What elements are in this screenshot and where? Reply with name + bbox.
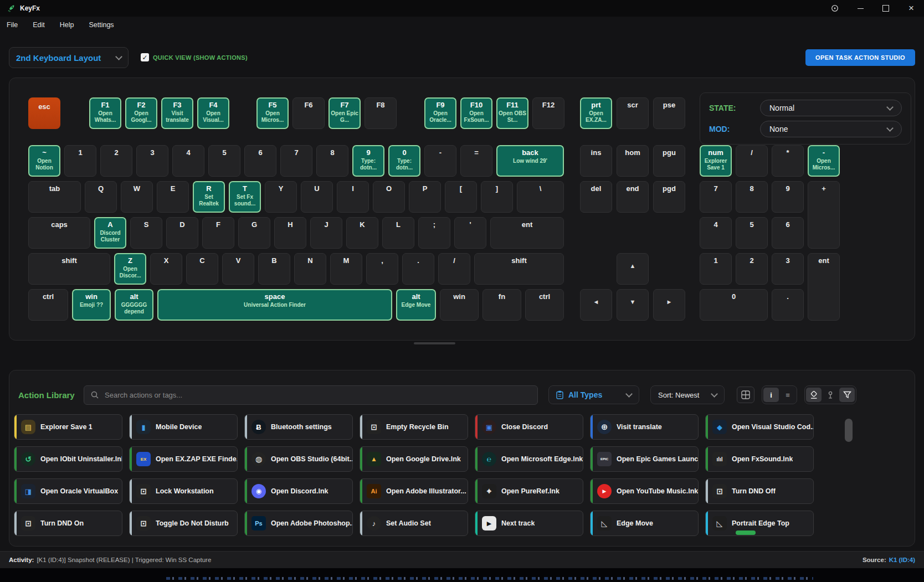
key-numpad-enter[interactable]: ent	[808, 253, 840, 321]
action-card[interactable]: ⊡Toggle Do Not Disturb	[129, 511, 238, 536]
key-y[interactable]: Y	[265, 181, 297, 213]
key-back[interactable]: backLow wind 29'	[496, 145, 564, 177]
key-numpad-5[interactable]: 5	[736, 217, 768, 249]
key-pse[interactable]: pse	[653, 97, 685, 129]
action-card[interactable]: ⊡Turn DND On	[14, 511, 122, 536]
key-t[interactable]: TSet Fx sound...	[229, 181, 261, 213]
key-scr[interactable]: scr	[617, 97, 649, 129]
key-e[interactable]: E	[157, 181, 189, 213]
key-numpad-8[interactable]: 8	[736, 181, 768, 213]
action-card[interactable]: ɃBluetooth settings	[244, 414, 353, 440]
key-lbracket[interactable]: [	[445, 181, 477, 213]
key-enter[interactable]: ent	[490, 217, 564, 249]
action-card[interactable]: ⊕Visit translate	[590, 414, 699, 440]
key-f8[interactable]: F8	[365, 97, 397, 129]
mod-dropdown[interactable]: None	[760, 121, 902, 137]
action-card[interactable]: ⌖Open PureRef.lnk	[475, 478, 583, 504]
key-z[interactable]: ZOpen Discor...	[114, 253, 146, 285]
menu-help[interactable]: Help	[60, 21, 74, 29]
action-card[interactable]: ▤Explorer Save 1	[14, 414, 122, 440]
key-f4[interactable]: F4Open Visual...	[197, 97, 229, 129]
key-9[interactable]: 9Type: dotn...	[352, 145, 384, 177]
key-x[interactable]: X	[150, 253, 182, 285]
info-view-button[interactable]: i	[763, 388, 779, 402]
search-box[interactable]	[84, 385, 538, 405]
action-card[interactable]: ◺Edge Move	[590, 511, 699, 536]
key-comma[interactable]: ,	[366, 253, 398, 285]
key-l[interactable]: L	[382, 217, 414, 249]
action-card[interactable]: AiOpen Adobe Illustrator...	[360, 478, 468, 504]
open-task-action-studio-button[interactable]: OPEN TASK ACTION STUDIO	[805, 49, 915, 66]
key-arrow-up[interactable]: ▲	[617, 253, 649, 285]
key-n[interactable]: N	[294, 253, 326, 285]
menu-edit[interactable]: Edit	[33, 21, 45, 29]
key-minus[interactable]: -	[424, 145, 456, 177]
quick-view-toggle[interactable]: ✓ QUICK VIEW (SHOW ACTIONS)	[141, 53, 248, 61]
scrollbar-thumb[interactable]	[845, 419, 853, 442]
action-card[interactable]: ◨Open Oracle VirtualBox	[14, 478, 122, 504]
key-tilde[interactable]: ~Open Notion	[28, 145, 60, 177]
key-pgd[interactable]: pgd	[653, 181, 685, 213]
key-d[interactable]: D	[166, 217, 198, 249]
key-f9[interactable]: F9Open Oracle...	[424, 97, 456, 129]
quick-view-checkbox[interactable]: ✓	[141, 53, 149, 61]
minimize-button[interactable]	[848, 0, 873, 17]
menu-settings[interactable]: Settings	[89, 21, 114, 29]
key-ctrl-left[interactable]: ctrl	[28, 289, 68, 321]
grid-view-button[interactable]	[737, 387, 754, 403]
action-card[interactable]: ▲Open Google Drive.lnk	[360, 446, 468, 472]
panel-resize-handle[interactable]	[414, 342, 455, 344]
key-win-right[interactable]: win	[440, 289, 479, 321]
action-card[interactable]: ◍Open OBS Studio (64bit...	[244, 446, 353, 472]
key-3[interactable]: 3	[136, 145, 168, 177]
action-card[interactable]: ↺Open IObit Uninstaller.lnk	[14, 446, 122, 472]
key-w[interactable]: W	[121, 181, 153, 213]
key-numpad-3[interactable]: 3	[772, 253, 804, 285]
layout-selector-dropdown[interactable]: 2nd Keyboard Layout	[9, 47, 129, 68]
key-caps[interactable]: caps	[28, 217, 90, 249]
key-p[interactable]: P	[409, 181, 441, 213]
key-f11[interactable]: F11Open OBS St...	[496, 97, 528, 129]
key-semicolon[interactable]: ;	[418, 217, 450, 249]
key-v[interactable]: V	[222, 253, 254, 285]
action-card[interactable]: ◆Open Visual Studio Cod...	[705, 414, 814, 440]
key-j[interactable]: J	[310, 217, 342, 249]
key-numpad-9[interactable]: 9	[772, 181, 804, 213]
key-r[interactable]: RSet Realtek	[193, 181, 225, 213]
key-numpad-6[interactable]: 6	[772, 217, 804, 249]
key-shift-right[interactable]: shift	[474, 253, 564, 285]
key-quote[interactable]: '	[454, 217, 486, 249]
key-i[interactable]: I	[337, 181, 369, 213]
key-g[interactable]: G	[238, 217, 270, 249]
maximize-button[interactable]	[873, 0, 899, 17]
action-card[interactable]: ⊡Empty Recycle Bin	[360, 414, 468, 440]
action-card[interactable]: ◉Open Discord.lnk	[244, 478, 353, 504]
theme-icon[interactable]	[822, 0, 848, 17]
key-esc[interactable]: esc	[28, 97, 60, 129]
key-f7[interactable]: F7Open Epic G...	[328, 97, 361, 129]
key-f3[interactable]: F3Visit translate	[161, 97, 193, 129]
key-tab[interactable]: tab	[28, 181, 81, 213]
key-f6[interactable]: F6	[292, 97, 325, 129]
key-numpad-asterisk[interactable]: *	[772, 145, 804, 177]
key-f5[interactable]: F5Open Micros...	[256, 97, 289, 129]
action-card[interactable]: ⊡Lock Workstation	[129, 478, 238, 504]
key-equals[interactable]: =	[460, 145, 492, 177]
key-numpad-7[interactable]: 7	[700, 181, 732, 213]
key-f12[interactable]: F12	[532, 97, 564, 129]
key-numpad-4[interactable]: 4	[700, 217, 732, 249]
close-button[interactable]: ×	[899, 0, 924, 17]
key-arrow-left[interactable]: ◄	[580, 289, 612, 321]
key-f10[interactable]: F10Open FxSoun...	[460, 97, 492, 129]
key-hom[interactable]: hom	[617, 145, 649, 177]
key-arrow-right[interactable]: ►	[653, 289, 685, 321]
sort-dropdown[interactable]: Sort: Newest	[650, 385, 725, 404]
key-a[interactable]: ADiscord Cluster	[94, 217, 126, 249]
key-c[interactable]: C	[186, 253, 218, 285]
filter-button[interactable]	[839, 388, 855, 402]
key-f1[interactable]: F1Open Whats...	[89, 97, 121, 129]
key-h[interactable]: H	[274, 217, 306, 249]
action-card[interactable]: ▣Close Discord	[475, 414, 583, 440]
key-numpad-2[interactable]: 2	[736, 253, 768, 285]
key-f2[interactable]: F2Open Googl...	[125, 97, 157, 129]
